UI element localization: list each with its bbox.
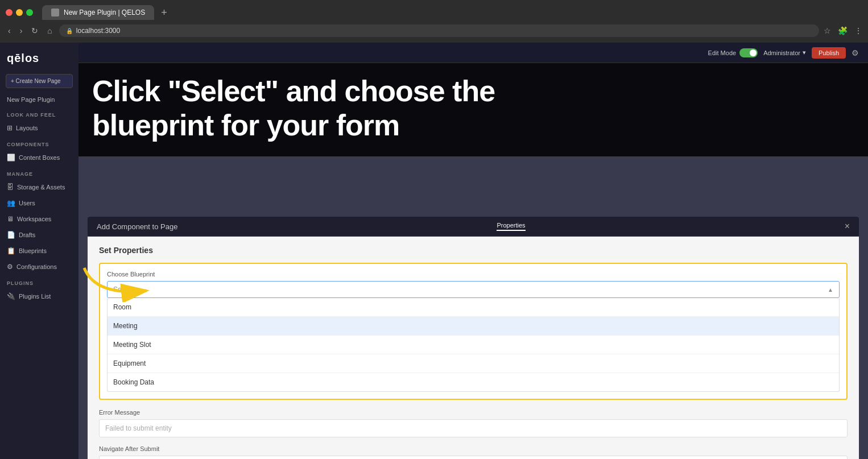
section-look-and-feel: LOOK AND FEEL xyxy=(0,106,78,120)
sidebar-item-drafts[interactable]: 📄 Drafts xyxy=(0,227,78,243)
menu-icon[interactable]: ⋮ xyxy=(854,26,862,35)
blueprints-icon: 📋 xyxy=(7,247,15,255)
navigate-label: Navigate After Submit xyxy=(99,445,848,452)
admin-dropdown[interactable]: Administrator ▾ xyxy=(763,49,806,56)
address-bar-row: ‹ › ↻ ⌂ 🔒 localhost:3000 ☆ 🧩 ⋮ xyxy=(0,20,868,41)
dimmed-background: Click "Select" and choose the blueprint … xyxy=(78,63,868,459)
create-new-page-button[interactable]: + Create New Page xyxy=(6,74,73,88)
blueprint-section: Choose Blueprint Select ▲ Room xyxy=(99,263,848,400)
sidebar: qēlos + Create New Page New Page Plugin … xyxy=(0,43,78,459)
configurations-icon: ⚙ xyxy=(7,263,13,271)
main-topbar: Edit Mode Administrator ▾ Publish ⚙ xyxy=(78,43,868,63)
close-window-btn[interactable] xyxy=(6,9,13,16)
content-boxes-icon: ⬜ xyxy=(7,154,15,162)
back-nav-btn[interactable]: ‹ xyxy=(6,25,13,36)
main-content: Edit Mode Administrator ▾ Publish ⚙ Clic… xyxy=(78,43,868,459)
forward-nav-btn[interactable]: › xyxy=(18,25,25,36)
address-bar[interactable]: 🔒 localhost:3000 xyxy=(59,24,819,37)
section-manage: MANAGE xyxy=(0,166,78,179)
sidebar-item-content-boxes[interactable]: ⬜ Content Boxes xyxy=(0,150,78,166)
url-display: localhost:3000 xyxy=(76,27,120,35)
edit-mode-label: Edit Mode xyxy=(708,49,737,56)
error-message-group: Error Message xyxy=(99,409,848,437)
layouts-icon: ⊞ xyxy=(7,124,13,132)
browser-chrome: New Page Plugin | QELOS + ‹ › ↻ ⌂ 🔒 loca… xyxy=(0,0,868,43)
reload-btn[interactable]: ↻ xyxy=(29,25,40,36)
blueprint-label: Choose Blueprint xyxy=(107,271,840,278)
drafts-label: Drafts xyxy=(19,231,35,238)
app-logo: qēlos xyxy=(0,43,78,74)
storage-icon: 🗄 xyxy=(7,183,14,191)
window-controls xyxy=(6,9,33,16)
plugins-list-icon: 🔌 xyxy=(7,292,15,300)
sidebar-item-configurations[interactable]: ⚙ Configurations xyxy=(0,259,78,275)
plugins-list-label: Plugins List xyxy=(19,293,51,300)
dialog-title: Add Component to Page xyxy=(97,222,177,231)
active-tab[interactable]: New Page Plugin | QELOS xyxy=(42,5,154,20)
tab-properties[interactable]: Properties xyxy=(497,222,525,231)
select-chevron-icon: ▲ xyxy=(828,287,833,293)
minimize-window-btn[interactable] xyxy=(16,9,23,16)
dialog-header: Add Component to Page Properties × xyxy=(88,217,859,236)
annotation-line2: blueprint for your form xyxy=(92,109,399,142)
tab-bar: New Page Plugin | QELOS + xyxy=(0,0,868,20)
settings-icon[interactable]: ⚙ xyxy=(852,48,859,57)
sidebar-item-blueprints[interactable]: 📋 Blueprints xyxy=(0,243,78,259)
lock-icon: 🔒 xyxy=(66,28,73,34)
users-label: Users xyxy=(19,200,35,206)
app-layout: qēlos + Create New Page New Page Plugin … xyxy=(0,43,868,459)
dialog-body: Set Properties Choose Blueprint Select ▲ xyxy=(88,237,859,459)
tab-favicon xyxy=(51,9,59,16)
sidebar-item-users[interactable]: 👥 Users xyxy=(0,195,78,211)
navigate-input[interactable] xyxy=(99,456,848,459)
admin-chevron-icon: ▾ xyxy=(803,49,806,56)
content-boxes-label: Content Boxes xyxy=(19,154,60,161)
option-meeting-slot[interactable]: Meeting Slot xyxy=(108,336,839,354)
configurations-label: Configurations xyxy=(16,263,57,270)
blueprint-select[interactable]: Select ▲ xyxy=(107,281,840,298)
annotation-overlay: Click "Select" and choose the blueprint … xyxy=(78,63,868,156)
tab-title: New Page Plugin | QELOS xyxy=(64,9,145,16)
blueprint-dropdown: Room Meeting Meeting Slot Equipment xyxy=(107,298,840,392)
new-tab-button[interactable]: + xyxy=(161,7,167,19)
star-icon[interactable]: ☆ xyxy=(824,26,831,35)
dialog-tabs: Properties xyxy=(497,222,525,231)
drafts-icon: 📄 xyxy=(7,231,15,239)
maximize-window-btn[interactable] xyxy=(26,9,33,16)
edit-mode-thumb xyxy=(750,49,757,56)
dialog-close-button[interactable]: × xyxy=(845,221,850,231)
select-placeholder: Select xyxy=(113,286,132,293)
sidebar-item-storage[interactable]: 🗄 Storage & Assets xyxy=(0,179,78,195)
section-plugins: PLUGINS xyxy=(0,275,78,288)
home-btn[interactable]: ⌂ xyxy=(45,25,54,36)
layouts-label: Layouts xyxy=(16,125,38,131)
new-page-plugin-link[interactable]: New Page Plugin xyxy=(0,93,78,106)
navigate-group: Navigate After Submit xyxy=(99,445,848,459)
blueprints-label: Blueprints xyxy=(19,247,47,254)
annotation-text: Click "Select" and choose the blueprint … xyxy=(92,75,854,143)
edit-mode-toggle[interactable]: Edit Mode xyxy=(708,48,758,57)
sidebar-item-workspaces[interactable]: 🖥 Workspaces xyxy=(0,211,78,227)
section-title: Set Properties xyxy=(99,246,848,255)
storage-label: Storage & Assets xyxy=(17,184,65,191)
workspaces-label: Workspaces xyxy=(17,216,51,222)
error-message-label: Error Message xyxy=(99,409,848,416)
error-message-input[interactable] xyxy=(99,419,848,437)
option-equipment[interactable]: Equipment xyxy=(108,354,839,373)
workspaces-icon: 🖥 xyxy=(7,215,14,223)
users-icon: 👥 xyxy=(7,199,15,207)
sidebar-item-layouts[interactable]: ⊞ Layouts xyxy=(0,120,78,136)
annotation-line1: Click "Select" and choose the xyxy=(92,75,495,107)
sidebar-item-plugins-list[interactable]: 🔌 Plugins List xyxy=(0,288,78,304)
option-booking-data[interactable]: Booking Data xyxy=(108,373,839,391)
admin-label: Administrator xyxy=(763,49,800,56)
publish-button[interactable]: Publish xyxy=(812,47,846,59)
browser-toolbar: ☆ 🧩 ⋮ xyxy=(824,26,862,35)
edit-mode-track[interactable] xyxy=(739,48,758,57)
option-meeting[interactable]: Meeting xyxy=(108,317,839,336)
section-components: COMPONENTS xyxy=(0,136,78,150)
option-room[interactable]: Room xyxy=(108,298,839,317)
extensions-icon[interactable]: 🧩 xyxy=(838,26,848,35)
